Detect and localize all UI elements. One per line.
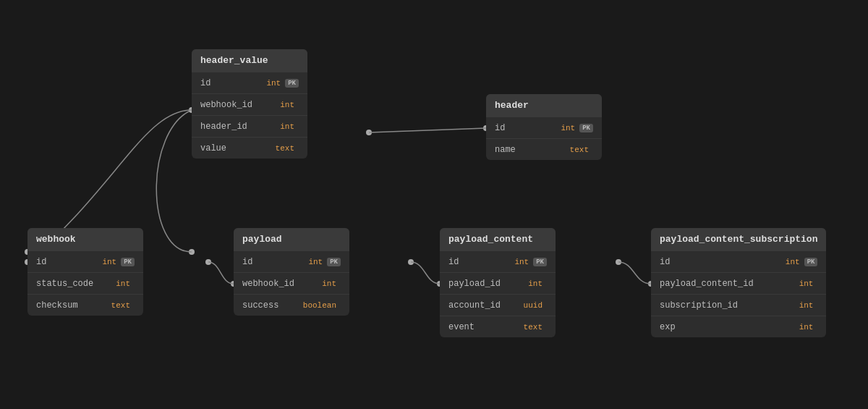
pk-badge: PK — [579, 124, 593, 132]
table-row: idintPK — [440, 250, 556, 272]
pk-badge: PK — [804, 258, 818, 266]
column-name: id — [660, 257, 786, 267]
column-type: text — [111, 301, 130, 310]
column-type: int — [102, 258, 116, 266]
table-header-header: header — [486, 94, 602, 117]
table-row: nametext — [486, 138, 602, 160]
diagram-canvas: header_valueidintPKwebhook_idintheader_i… — [0, 0, 868, 409]
table-row: payload_idint — [440, 272, 556, 294]
column-name: id — [448, 257, 514, 267]
column-name: exp — [660, 322, 799, 332]
pk-badge: PK — [285, 79, 299, 88]
table-row: expint — [651, 316, 826, 337]
table-header-payload_content_subscription: payload_content_subscription — [651, 228, 826, 250]
svg-point-7 — [205, 259, 211, 265]
column-name: event — [448, 322, 524, 332]
svg-line-6 — [369, 128, 486, 132]
column-name: webhook_id — [242, 279, 322, 289]
column-name: payload_content_id — [660, 279, 799, 289]
table-header-webhook: webhook — [27, 228, 143, 250]
column-type: int — [116, 279, 130, 288]
column-name: subscription_id — [660, 300, 799, 311]
column-name: id — [242, 257, 308, 267]
column-type: int — [280, 122, 294, 131]
table-row: idintPK — [27, 250, 143, 272]
column-type: int — [799, 279, 814, 288]
column-type: uuid — [524, 301, 542, 310]
table-row: idintPK — [486, 117, 602, 138]
table-row: subscription_idint — [651, 294, 826, 316]
column-name: success — [242, 300, 303, 311]
table-payload: payloadidintPKwebhook_idintsuccessboolea… — [234, 228, 349, 316]
table-row: valuetext — [192, 137, 307, 159]
column-type: int — [280, 101, 294, 109]
table-webhook: webhookidintPKstatus_codeintchecksumtext — [27, 228, 143, 316]
table-row: idintPK — [192, 72, 307, 93]
column-type: int — [786, 258, 800, 266]
column-type: int — [799, 301, 814, 310]
table-header-payload: payload — [234, 228, 349, 250]
column-type: text — [276, 144, 294, 153]
table-row: status_codeint — [27, 272, 143, 294]
table-row: eventtext — [440, 316, 556, 337]
column-name: id — [495, 123, 561, 133]
table-row: header_idint — [192, 115, 307, 137]
column-name: status_code — [36, 279, 116, 289]
column-type: boolean — [303, 301, 336, 310]
pk-badge: PK — [533, 258, 547, 266]
column-type: int — [799, 323, 814, 332]
column-name: value — [200, 143, 276, 153]
table-row: payload_content_idint — [651, 272, 826, 294]
table-row: successboolean — [234, 294, 349, 316]
column-name: account_id — [448, 300, 524, 311]
table-row: account_iduuid — [440, 294, 556, 316]
table-row: webhook_idint — [234, 272, 349, 294]
svg-point-0 — [189, 249, 195, 255]
table-payload_content: payload_contentidintPKpayload_idintaccou… — [440, 228, 556, 337]
table-header_value: header_valueidintPKwebhook_idintheader_i… — [192, 49, 307, 159]
connections-svg — [0, 0, 868, 409]
svg-point-9 — [408, 259, 414, 265]
table-header: headeridintPKnametext — [486, 94, 602, 160]
column-name: id — [36, 257, 102, 267]
table-header-payload_content: payload_content — [440, 228, 556, 250]
column-type: text — [570, 146, 589, 154]
column-type: int — [514, 258, 529, 266]
column-name: header_id — [200, 122, 280, 132]
column-name: name — [495, 145, 570, 155]
table-header-header_value: header_value — [192, 49, 307, 72]
pk-badge: PK — [121, 258, 135, 266]
svg-point-4 — [366, 130, 372, 135]
table-row: checksumtext — [27, 294, 143, 316]
table-row: webhook_idint — [192, 93, 307, 115]
pk-badge: PK — [327, 258, 341, 266]
column-name: webhook_id — [200, 100, 280, 110]
table-row: idintPK — [651, 250, 826, 272]
table-row: idintPK — [234, 250, 349, 272]
column-type: int — [528, 279, 542, 288]
table-payload_content_subscription: payload_content_subscriptionidintPKpaylo… — [651, 228, 826, 337]
column-type: text — [524, 323, 542, 332]
column-type: int — [322, 279, 336, 288]
column-name: checksum — [36, 300, 111, 311]
svg-point-11 — [616, 259, 621, 265]
column-type: int — [561, 124, 575, 132]
column-name: payload_id — [448, 279, 528, 289]
column-type: int — [266, 79, 281, 88]
column-name: id — [200, 78, 266, 88]
column-type: int — [308, 258, 323, 266]
